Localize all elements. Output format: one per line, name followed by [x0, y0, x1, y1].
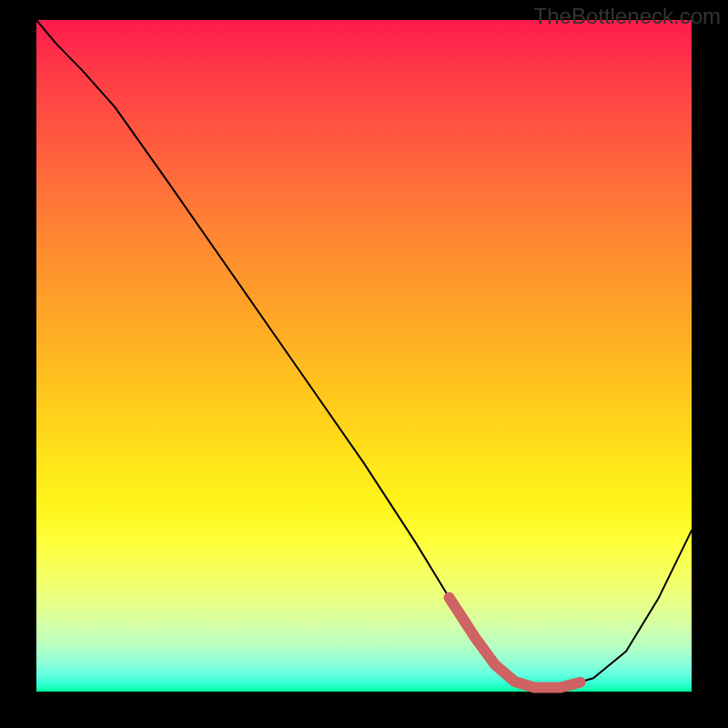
- watermark-text: TheBottleneck.com: [534, 4, 721, 29]
- plot-area: [36, 20, 692, 692]
- chart-svg: [36, 20, 692, 692]
- chart-container: TheBottleneck.com: [0, 0, 728, 728]
- curve-line: [36, 20, 692, 688]
- highlight-segment: [450, 598, 581, 688]
